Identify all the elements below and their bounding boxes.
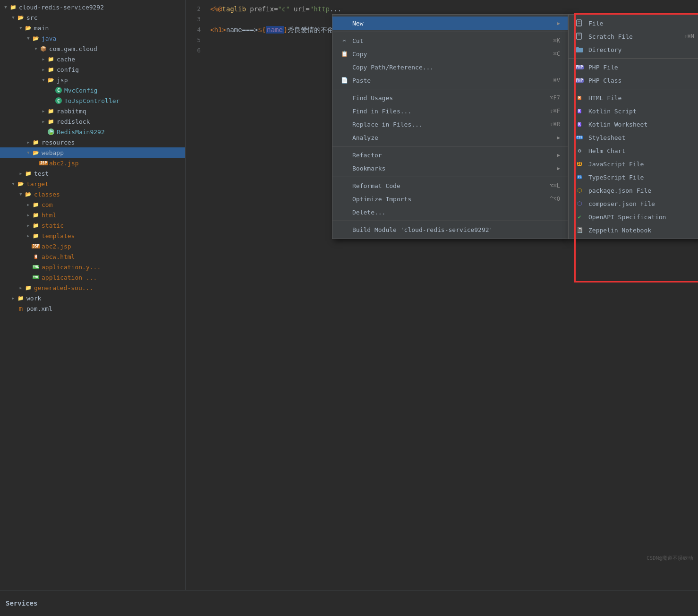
- folder-icon-classes: 📂: [25, 190, 32, 198]
- menu-item-paste[interactable]: 📄 Paste ⌘V: [332, 74, 568, 87]
- submenu-item-phpclass[interactable]: PHP PHP Class: [569, 74, 698, 87]
- tree-label-templates: templates: [42, 232, 75, 240]
- menu-item-refactor[interactable]: Refactor ▶: [332, 148, 568, 162]
- zeppelin-icon: 📓: [574, 226, 585, 234]
- package-icon: 📦: [40, 45, 47, 52]
- replaceinfiles-shortcut: ⇧⌘R: [550, 121, 560, 128]
- tree-item-templates[interactable]: ▶ 📁 templates: [0, 231, 185, 241]
- menu-label-build: Build Module 'cloud-redis-service9292': [352, 226, 560, 233]
- tree-item-html[interactable]: ▶ 📁 html: [0, 210, 185, 220]
- main-container: ▼ 📁 cloud-redis-service9292 ▼ 📂 src ▼ 📂 …: [0, 0, 698, 590]
- tree-item-jsp[interactable]: ▼ 📂 jsp: [0, 75, 185, 85]
- tree-label-config: config: [57, 66, 79, 73]
- tree-item-webapp[interactable]: ▼ 📂 webapp: [0, 147, 185, 158]
- submenu-item-packagejson[interactable]: ⬡ package.json File: [569, 184, 698, 197]
- submenu-item-kotlinws[interactable]: K Kotlin Worksheet: [569, 118, 698, 131]
- submenu-item-directory[interactable]: Directory: [569, 43, 698, 56]
- submenu-item-kotlinscript[interactable]: K Kotlin Script: [569, 104, 698, 118]
- menu-item-copypath[interactable]: Copy Path/Reference...: [332, 60, 568, 74]
- tree-label-mvcconfig: MvcConfig: [64, 87, 97, 94]
- folder-icon-config: 📁: [47, 66, 55, 73]
- tree-item-abcwhtml[interactable]: ▶ H abcw.html: [0, 251, 185, 262]
- tree-item-appyml2[interactable]: ▶ YML application-...: [0, 272, 185, 282]
- spring-icon: 🍃: [47, 128, 55, 136]
- tree-item-classes[interactable]: ▼ 📂 classes: [0, 189, 185, 199]
- menu-item-build[interactable]: Build Module 'cloud-redis-service9292': [332, 223, 568, 236]
- submenu-item-jsfile[interactable]: JS JavaScript File: [569, 157, 698, 171]
- submenu-item-composerjson[interactable]: ⬡ composer.json File: [569, 197, 698, 210]
- tree-item-work[interactable]: ▶ 📁 work: [0, 293, 185, 303]
- tree-arrow-jsp: ▼: [40, 76, 47, 84]
- tree-item-package[interactable]: ▼ 📦 com.gwm.cloud: [0, 43, 185, 54]
- editor-area: 2 3 4 5 6 <%@taglib prefix="c" uri="http…: [186, 0, 698, 590]
- submenu-item-zeppelin[interactable]: 📓 Zeppelin Notebook: [569, 223, 698, 237]
- tree-item-appyml[interactable]: ▶ YML application.y...: [0, 262, 185, 272]
- submenu-item-tsfile[interactable]: TS TypeScript File: [569, 171, 698, 184]
- tree-item-resources[interactable]: ▶ 📁 resources: [0, 137, 185, 147]
- menu-sep-1: [332, 32, 568, 32]
- reformat-shortcut: ⌥⌘L: [550, 182, 560, 189]
- tree-item-redislock[interactable]: ▶ 📁 redislock: [0, 116, 185, 127]
- submenu-item-file[interactable]: File: [569, 17, 698, 30]
- submenu-item-stylesheet[interactable]: CSS Stylesheet: [569, 131, 698, 144]
- menu-item-new[interactable]: New ▶: [332, 17, 568, 30]
- tree-item-main[interactable]: ▼ 📂 main: [0, 23, 185, 33]
- tree-item-rabbitmq[interactable]: ▶ 📁 rabbitmq: [0, 106, 185, 116]
- code-token: uri=: [294, 5, 310, 13]
- tree-item-java[interactable]: ▼ 📂 java: [0, 33, 185, 43]
- tree-item-redismain[interactable]: ▶ 🍃 RedisMain9292: [0, 127, 185, 137]
- tree-item-cache[interactable]: ▶ 📁 cache: [0, 54, 185, 64]
- menu-item-findinfiles[interactable]: Find in Files... ⇧⌘F: [332, 104, 568, 118]
- findusages-icon: [340, 94, 349, 102]
- tree-item-test[interactable]: ▶ 📁 test: [0, 168, 185, 179]
- file-tree: ▼ 📁 cloud-redis-service9292 ▼ 📂 src ▼ 📂 …: [0, 0, 185, 590]
- jsp-icon1: JSP: [40, 159, 47, 167]
- tree-label-rl: redislock: [57, 118, 90, 125]
- watermark-text: CSDN@魔道不误砍动: [647, 555, 693, 561]
- findinfiles-icon: [340, 107, 349, 115]
- submenu-item-openapi[interactable]: ✔ OpenAPI Specification: [569, 210, 698, 223]
- menu-item-cut[interactable]: ✂ Cut ⌘K: [332, 34, 568, 47]
- submenu-item-phpfile[interactable]: PHP PHP File: [569, 60, 698, 74]
- menu-item-delete[interactable]: Delete...: [332, 205, 568, 219]
- tree-label-gen: generated-sou...: [34, 284, 93, 291]
- tree-item-pomxml[interactable]: ▶ m pom.xml: [0, 303, 185, 314]
- tree-item-abc2jsp-webapp[interactable]: ▶ JSP abc2.jsp: [0, 158, 185, 168]
- folder-icon-src: 📂: [17, 14, 25, 21]
- code-token: }: [284, 26, 288, 34]
- refactor-icon: [340, 151, 349, 159]
- tree-item-static[interactable]: ▶ 📁 static: [0, 220, 185, 231]
- htmlfile-icon: H: [574, 94, 585, 102]
- tree-item-generated[interactable]: ▶ 📁 generated-sou...: [0, 282, 185, 293]
- folder-icon-webapp: 📂: [32, 149, 40, 156]
- menu-item-copy[interactable]: 📋 Copy ⌘C: [332, 47, 568, 60]
- submenu-label-composerjson: composer.json File: [588, 200, 694, 207]
- menu-item-bookmarks[interactable]: Bookmarks ▶: [332, 162, 568, 175]
- folder-icon-html: 📁: [32, 211, 40, 219]
- tree-item-target[interactable]: ▼ 📂 target: [0, 179, 185, 189]
- submenu-label-file: File: [588, 20, 694, 27]
- submenu-item-scratch[interactable]: Scratch File ⇧⌘N: [569, 30, 698, 43]
- menu-label-refactor: Refactor: [352, 152, 553, 159]
- tree-item-controller[interactable]: ▶ C ToJspController: [0, 95, 185, 106]
- tree-item-root[interactable]: ▼ 📁 cloud-redis-service9292: [0, 2, 185, 12]
- cut-shortcut: ⌘K: [553, 37, 560, 44]
- menu-item-optimize[interactable]: Optimize Imports ^⌥O: [332, 192, 568, 205]
- submenu-label-helm: Helm Chart: [588, 147, 694, 154]
- tree-item-src[interactable]: ▼ 📂 src: [0, 12, 185, 23]
- tree-label-appyml: application.y...: [42, 264, 101, 271]
- tree-item-config[interactable]: ▶ 📁 config: [0, 64, 185, 75]
- menu-item-analyze[interactable]: Analyze ▶: [332, 131, 568, 144]
- tree-item-com[interactable]: ▶ 📁 com: [0, 199, 185, 210]
- line-numbers: 2 3 4 5 6: [186, 0, 204, 590]
- submenu-item-helm[interactable]: ⚙ Helm Chart: [569, 144, 698, 157]
- tree-item-abc2jsp-classes[interactable]: ▶ JSP abc2.jsp: [0, 241, 185, 251]
- tree-item-mvcconfig[interactable]: ▶ C MvcConfig: [0, 85, 185, 95]
- submenu-item-htmlfile[interactable]: H HTML File: [569, 91, 698, 104]
- menu-item-reformat[interactable]: Reformat Code ⌥⌘L: [332, 179, 568, 192]
- optimize-icon: [340, 195, 349, 203]
- menu-item-findusages[interactable]: Find Usages ⌥F7: [332, 91, 568, 104]
- submenu-label-tsfile: TypeScript File: [588, 174, 694, 181]
- menu-item-replaceinfiles[interactable]: Replace in Files... ⇧⌘R: [332, 118, 568, 131]
- tree-label-static: static: [42, 222, 64, 229]
